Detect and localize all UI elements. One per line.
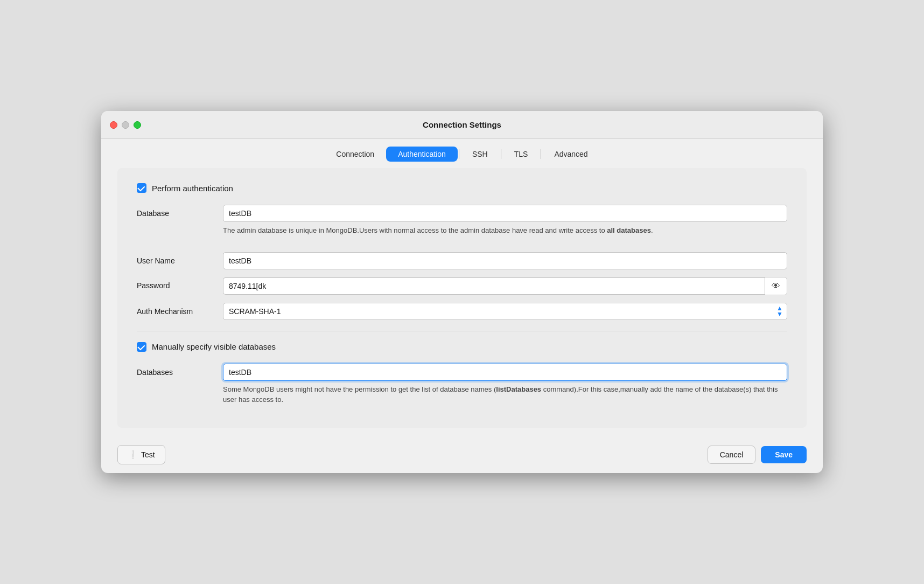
maximize-button[interactable] bbox=[134, 121, 141, 129]
footer: ❕ Test Cancel Save bbox=[101, 439, 823, 473]
toggle-password-button[interactable]: 👁 bbox=[765, 277, 787, 295]
test-icon: ❕ bbox=[128, 450, 138, 460]
database-field-wrap: The admin database is unique in MongoDB.… bbox=[223, 205, 787, 236]
traffic-lights bbox=[110, 121, 141, 129]
content-area: Perform authentication Database The admi… bbox=[117, 168, 807, 428]
password-input-row: 👁 bbox=[223, 277, 787, 295]
database-hint: The admin database is unique in MongoDB.… bbox=[223, 225, 787, 236]
perform-auth-row: Perform authentication bbox=[137, 183, 787, 193]
window-title: Connection Settings bbox=[423, 120, 501, 129]
databases-field-wrap: Some MongoDB users might not have the pe… bbox=[223, 364, 787, 405]
tab-divider-1 bbox=[459, 149, 459, 159]
databases-input[interactable] bbox=[223, 364, 787, 381]
auth-mechanism-select-wrap: SCRAM-SHA-1 SCRAM-SHA-256 MONGODB-CR GSS… bbox=[223, 303, 787, 320]
database-label: Database bbox=[137, 205, 223, 218]
close-button[interactable] bbox=[110, 121, 117, 129]
databases-hint: Some MongoDB users might not have the pe… bbox=[223, 384, 787, 405]
footer-right: Cancel Save bbox=[708, 446, 807, 464]
auth-mechanism-label: Auth Mechanism bbox=[137, 303, 223, 316]
username-label: User Name bbox=[137, 252, 223, 265]
save-button[interactable]: Save bbox=[761, 446, 807, 463]
auth-mechanism-row: Auth Mechanism SCRAM-SHA-1 SCRAM-SHA-256… bbox=[137, 303, 787, 320]
password-row: Password 👁 bbox=[137, 277, 787, 295]
connection-settings-window: Connection Settings Connection Authentic… bbox=[101, 111, 823, 473]
tab-divider-2 bbox=[501, 149, 501, 159]
username-input[interactable] bbox=[223, 252, 787, 269]
perform-auth-label: Perform authentication bbox=[152, 184, 233, 193]
manually-specify-row: Manually specify visible databases bbox=[137, 342, 787, 352]
password-input-wrap bbox=[223, 277, 765, 295]
auth-mechanism-select[interactable]: SCRAM-SHA-1 SCRAM-SHA-256 MONGODB-CR GSS… bbox=[223, 303, 787, 320]
username-field-wrap bbox=[223, 252, 787, 269]
password-input[interactable] bbox=[223, 277, 765, 295]
titlebar: Connection Settings bbox=[101, 111, 823, 139]
manually-specify-checkbox[interactable] bbox=[137, 342, 146, 352]
section-separator bbox=[137, 331, 787, 331]
test-label: Test bbox=[141, 450, 155, 459]
cancel-button[interactable]: Cancel bbox=[708, 446, 756, 464]
tab-ssh[interactable]: SSH bbox=[460, 147, 500, 162]
password-label: Password bbox=[137, 277, 223, 290]
perform-auth-checkbox[interactable] bbox=[137, 183, 146, 193]
eye-icon: 👁 bbox=[772, 281, 780, 291]
tab-connection[interactable]: Connection bbox=[324, 147, 386, 162]
auth-mechanism-field-wrap: SCRAM-SHA-1 SCRAM-SHA-256 MONGODB-CR GSS… bbox=[223, 303, 787, 320]
password-field-wrap: 👁 bbox=[223, 277, 787, 295]
databases-row: Databases Some MongoDB users might not h… bbox=[137, 364, 787, 405]
tab-divider-3 bbox=[541, 149, 541, 159]
database-input[interactable] bbox=[223, 205, 787, 222]
test-button[interactable]: ❕ Test bbox=[117, 445, 165, 464]
databases-label: Databases bbox=[137, 364, 223, 377]
tab-tls[interactable]: TLS bbox=[502, 147, 540, 162]
tabs-bar: Connection Authentication SSH TLS Advanc… bbox=[101, 139, 823, 168]
minimize-button[interactable] bbox=[122, 121, 129, 129]
manually-specify-label: Manually specify visible databases bbox=[152, 342, 276, 351]
database-row: Database The admin database is unique in… bbox=[137, 205, 787, 236]
username-row: User Name bbox=[137, 252, 787, 269]
tab-advanced[interactable]: Advanced bbox=[542, 147, 599, 162]
tab-authentication[interactable]: Authentication bbox=[386, 147, 458, 162]
